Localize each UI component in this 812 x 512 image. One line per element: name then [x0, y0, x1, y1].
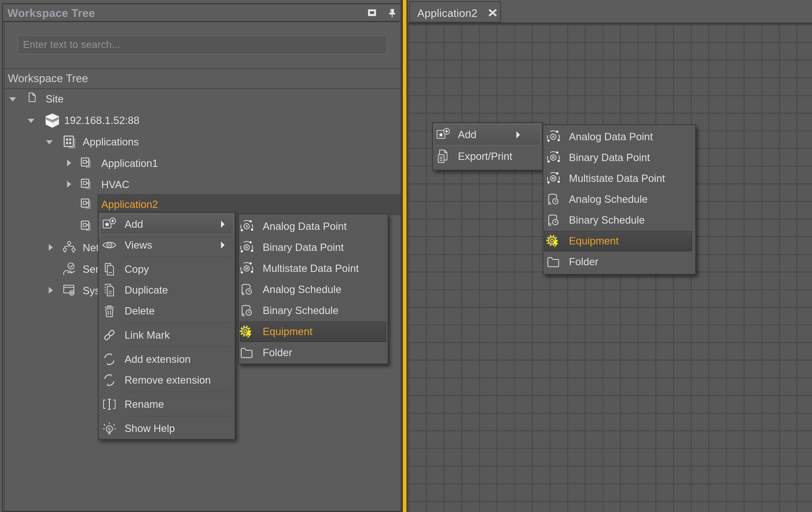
- svg-text:A: A: [548, 201, 551, 206]
- svg-text:A: A: [552, 135, 554, 139]
- svg-text:M: M: [245, 266, 248, 271]
- svg-text:B: B: [548, 222, 551, 227]
- svg-text:A: A: [245, 224, 248, 228]
- svg-text:B: B: [552, 156, 554, 160]
- svg-text:M: M: [552, 176, 555, 180]
- svg-text:B: B: [241, 312, 244, 317]
- svg-text:B: B: [245, 246, 248, 250]
- svg-text:A: A: [241, 291, 244, 296]
